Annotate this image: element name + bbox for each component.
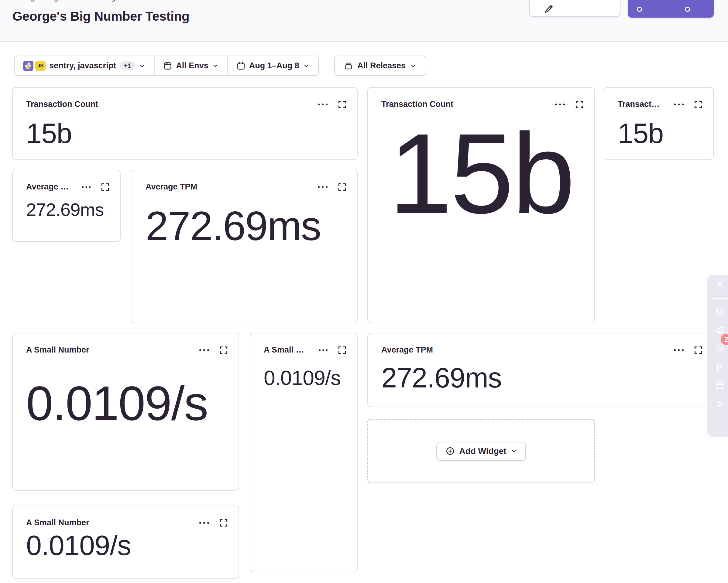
primary-action-button[interactable] — [628, 0, 714, 18]
date-range-filter[interactable]: Aug 1–Aug 8 — [227, 56, 318, 75]
release-filter-label: All Releases — [357, 61, 406, 71]
widget-menu-button[interactable] — [317, 103, 328, 106]
icon-glyph — [637, 7, 642, 12]
page-header: George's Big Number Testing George's Big… — [0, 0, 728, 41]
widget-title: A Small Number — [26, 518, 94, 527]
add-widget-button[interactable]: Add Widget — [436, 442, 526, 461]
widget-card-average-tpm[interactable]: Average TPM 272.69ms — [132, 170, 358, 323]
widget-big-number: 0.0109/s — [26, 531, 131, 559]
toolbar-divider — [711, 298, 728, 299]
chevron-down-icon — [212, 62, 219, 69]
filter-bar: JS sentry, javascript +1 All Envs — [14, 56, 319, 76]
breadcrumb[interactable]: George's Big Number Testing — [13, 0, 115, 2]
widget-title: Average … — [26, 182, 74, 192]
chevron-down-icon — [303, 62, 310, 69]
window-icon — [163, 61, 172, 71]
megaphone-icon[interactable] — [714, 325, 725, 335]
calendar-icon — [236, 61, 245, 71]
widget-expand-icon[interactable] — [338, 100, 347, 109]
widget-title: Transaction Count — [26, 100, 103, 109]
environment-filter[interactable]: All Envs — [154, 56, 227, 75]
dashboard-page: George's Big Number Testing George's Big… — [0, 0, 728, 583]
edit-dashboard-button[interactable] — [529, 0, 620, 17]
icon-glyph — [685, 7, 690, 12]
python-icon — [23, 61, 33, 71]
chevron-down-icon — [511, 448, 517, 454]
page-title: George's Big Number Testing — [12, 9, 189, 24]
play-icon[interactable] — [714, 399, 725, 409]
siren-icon[interactable] — [714, 343, 725, 354]
pencil-icon — [544, 4, 554, 14]
widget-card-small-number-narrow[interactable]: A Small … 0.0109/s — [250, 333, 358, 572]
widget-title: A Small … — [264, 345, 309, 355]
package-icon — [344, 61, 353, 71]
floating-side-toolbar: 2 — [707, 275, 728, 437]
add-widget-dropzone: Add Widget — [367, 419, 595, 483]
project-filter-label: sentry, javascript — [49, 61, 116, 71]
widget-big-number: 272.69ms — [26, 201, 104, 219]
widget-menu-button[interactable] — [199, 522, 209, 524]
chevron-down-icon — [139, 62, 146, 69]
widget-expand-icon[interactable] — [101, 183, 110, 192]
widget-card-small-number-bottom[interactable]: A Small Number 0.0109/s — [12, 505, 239, 579]
widget-expand-icon[interactable] — [219, 345, 228, 355]
widget-big-number: 0.0109/s — [26, 379, 208, 427]
flag-icon[interactable] — [714, 362, 725, 372]
widget-big-number: 272.69ms — [146, 205, 321, 247]
widget-big-number: 15b — [26, 119, 72, 147]
widget-big-number: 15b — [618, 119, 664, 147]
widget-expand-icon[interactable] — [694, 345, 703, 355]
widget-card-small-number[interactable]: A Small Number 0.0109/s — [12, 333, 239, 491]
widget-expand-icon[interactable] — [338, 345, 347, 355]
widget-expand-icon[interactable] — [575, 100, 584, 109]
widget-big-number: 15b — [368, 117, 594, 230]
package-icon[interactable] — [714, 381, 725, 391]
widget-big-number: 272.69ms — [381, 364, 502, 392]
widget-card-average-duration[interactable]: Average … 272.69ms — [12, 170, 121, 242]
project-extra-count-badge: +1 — [120, 61, 135, 71]
widget-expand-icon[interactable] — [219, 518, 228, 527]
widget-title: Transact… — [618, 100, 665, 109]
add-widget-label: Add Widget — [459, 446, 506, 456]
widget-card-average-tpm-wide[interactable]: Average TPM 272.69ms — [367, 333, 714, 407]
project-filter[interactable]: JS sentry, javascript +1 — [15, 56, 154, 75]
widget-menu-button[interactable] — [319, 349, 328, 351]
widget-card-transaction-count[interactable]: Transaction Count 15b — [12, 87, 358, 160]
widget-menu-button[interactable] — [199, 349, 209, 351]
widget-expand-icon[interactable] — [338, 183, 347, 192]
widget-menu-button[interactable] — [317, 186, 328, 188]
date-range-label: Aug 1–Aug 8 — [249, 61, 299, 71]
widget-big-number: 0.0109/s — [264, 367, 341, 388]
widget-title: Transaction Count — [381, 100, 458, 109]
javascript-icon: JS — [35, 61, 46, 71]
chevron-down-icon — [410, 62, 417, 69]
widget-menu-button[interactable] — [674, 349, 684, 351]
widget-card-transaction-count-large[interactable]: Transaction Count 15b — [367, 87, 595, 323]
widget-title: A Small Number — [26, 345, 94, 355]
widget-card-transaction-count-small[interactable]: Transact… 15b — [604, 87, 714, 160]
close-icon[interactable] — [714, 279, 725, 289]
widget-menu-button[interactable] — [82, 186, 91, 188]
widget-menu-button[interactable] — [555, 103, 565, 106]
environment-filter-label: All Envs — [176, 61, 208, 71]
widget-menu-button[interactable] — [674, 103, 684, 106]
widget-title: Average TPM — [381, 345, 438, 355]
widget-title: Average TPM — [146, 182, 202, 192]
release-filter[interactable]: All Releases — [334, 56, 426, 76]
widget-expand-icon[interactable] — [694, 100, 703, 109]
inbox-icon[interactable] — [714, 306, 725, 317]
plus-circle-icon — [445, 446, 455, 456]
